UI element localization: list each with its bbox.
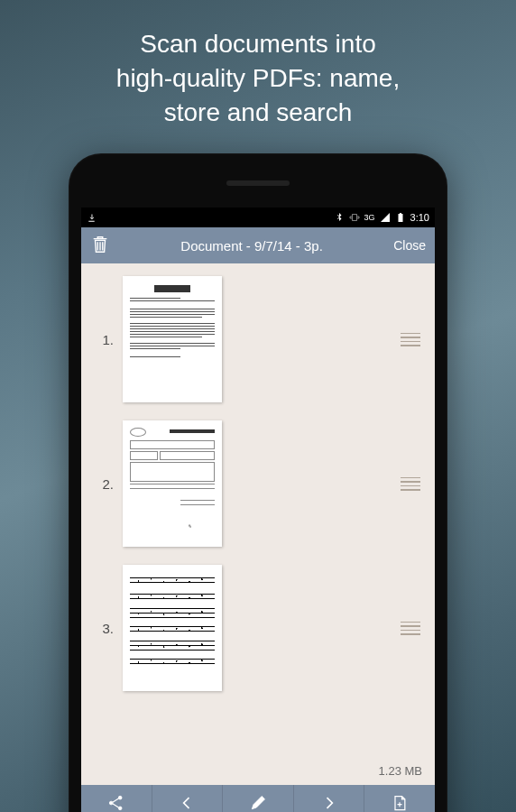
phone-screen: 3G 3:10 Document - 9/7/14 - 3p. Close 1. bbox=[81, 208, 435, 812]
trash-icon[interactable] bbox=[90, 235, 110, 257]
svg-point-1 bbox=[118, 796, 122, 799]
page-thumbnail[interactable]: ✎ bbox=[123, 420, 222, 547]
page-thumbnail[interactable] bbox=[123, 276, 222, 402]
drag-handle-icon[interactable] bbox=[401, 622, 424, 635]
page-number: 2. bbox=[92, 476, 114, 492]
next-button[interactable] bbox=[294, 785, 365, 812]
status-time: 3:10 bbox=[410, 212, 429, 223]
svg-point-2 bbox=[118, 807, 122, 810]
svg-point-0 bbox=[109, 801, 113, 805]
edit-button[interactable] bbox=[223, 785, 294, 812]
page-list: 1. bbox=[81, 263, 435, 785]
add-page-button[interactable] bbox=[364, 785, 435, 812]
page-row[interactable]: 3. bbox=[92, 565, 424, 691]
download-icon bbox=[87, 213, 97, 223]
battery-icon bbox=[395, 212, 406, 223]
promo-line-1: Scan documents into bbox=[36, 27, 480, 61]
drag-handle-icon[interactable] bbox=[401, 477, 424, 491]
signal-icon bbox=[380, 212, 391, 223]
app-bar: Document - 9/7/14 - 3p. Close bbox=[81, 227, 435, 263]
share-button[interactable] bbox=[81, 785, 152, 812]
close-button[interactable]: Close bbox=[393, 238, 426, 253]
page-row[interactable]: 1. bbox=[92, 276, 424, 402]
page-thumbnail[interactable] bbox=[123, 565, 222, 691]
prev-button[interactable] bbox=[152, 785, 224, 812]
status-bar: 3G 3:10 bbox=[81, 208, 435, 227]
promo-line-2: high-quality PDFs: name, bbox=[36, 61, 480, 96]
phone-speaker bbox=[226, 180, 290, 186]
promo-line-3: store and search bbox=[36, 96, 480, 130]
page-number: 1. bbox=[92, 332, 114, 347]
page-row[interactable]: 2. ✎ bbox=[92, 420, 424, 547]
phone-frame: 3G 3:10 Document - 9/7/14 - 3p. Close 1. bbox=[69, 153, 447, 812]
bottom-toolbar bbox=[81, 785, 435, 812]
network-label: 3G bbox=[364, 213, 375, 222]
vibrate-icon bbox=[349, 212, 360, 223]
page-number: 3. bbox=[92, 621, 114, 636]
document-title: Document - 9/7/14 - 3p. bbox=[123, 238, 381, 254]
promo-text: Scan documents into high-quality PDFs: n… bbox=[0, 0, 516, 147]
bluetooth-icon bbox=[334, 212, 345, 223]
drag-handle-icon[interactable] bbox=[401, 333, 424, 346]
file-size-label: 1.23 MB bbox=[379, 764, 422, 778]
